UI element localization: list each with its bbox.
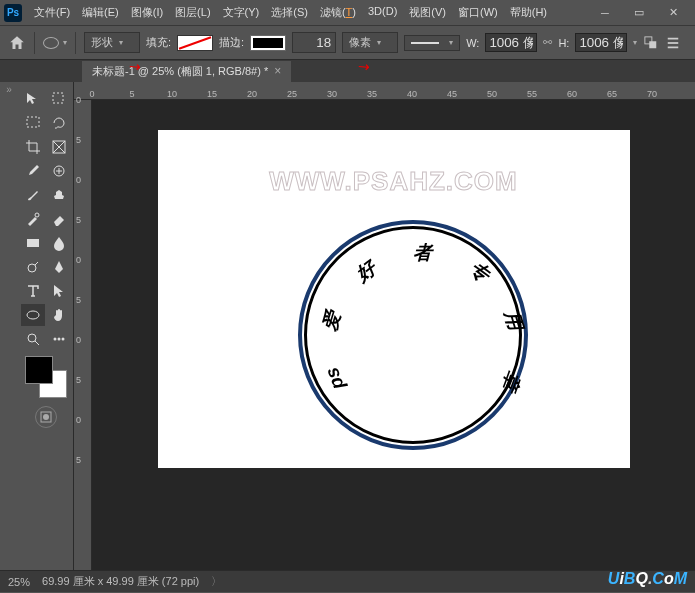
ruler-tick: 35: [367, 89, 377, 99]
canvas-viewport[interactable]: WWW.PSAHZ.COM ps爱好者专用章: [92, 100, 695, 570]
app-logo[interactable]: Ps: [4, 4, 22, 22]
path-text-char: 专: [463, 256, 494, 288]
height-label: H:: [558, 37, 569, 49]
artboard[interactable]: WWW.PSAHZ.COM ps爱好者专用章: [158, 130, 630, 468]
stroke-unit-label: 像素: [349, 35, 371, 50]
history-brush-tool[interactable]: [21, 208, 45, 230]
stroke-style-dropdown[interactable]: ▾: [404, 35, 460, 51]
link-icon[interactable]: ⚯: [543, 36, 552, 49]
ruler-tick: 0: [76, 95, 81, 105]
svg-point-18: [43, 414, 49, 420]
path-text-char: 者: [413, 240, 432, 266]
edit-toolbar[interactable]: [47, 328, 71, 350]
foreground-color-swatch[interactable]: [25, 356, 53, 384]
ruler-tick: 5: [76, 375, 81, 385]
menu-window[interactable]: 窗口(W): [452, 2, 504, 23]
ruler-tick: 70: [647, 89, 657, 99]
artboard-tool[interactable]: [47, 88, 71, 110]
tool-mode-dropdown[interactable]: 形状▾: [84, 32, 140, 53]
menu-view[interactable]: 视图(V): [403, 2, 452, 23]
fill-swatch[interactable]: [177, 35, 213, 51]
svg-rect-2: [668, 37, 679, 39]
path-text-char: 爱: [316, 308, 346, 334]
home-icon[interactable]: [8, 34, 26, 52]
shape-preset-dropdown[interactable]: ▾: [43, 37, 67, 49]
blur-tool[interactable]: [47, 232, 71, 254]
minimize-button[interactable]: ─: [593, 4, 617, 22]
ruler-tick: 40: [407, 89, 417, 99]
stroke-width-input[interactable]: [292, 32, 336, 53]
menu-edit[interactable]: 编辑(E): [76, 2, 125, 23]
menu-filter[interactable]: 滤镜(T): [314, 2, 362, 23]
menu-select[interactable]: 选择(S): [265, 2, 314, 23]
document-tab-strip: 未标题-1 @ 25% (椭圆 1, RGB/8#) * ×: [0, 60, 695, 82]
ruler-tick: 25: [287, 89, 297, 99]
menu-type[interactable]: 文字(Y): [217, 2, 266, 23]
collapse-chevron-icon[interactable]: »: [6, 84, 12, 95]
vertical-ruler[interactable]: 0505050505: [74, 100, 92, 570]
more-options-dropdown[interactable]: ▾: [633, 38, 637, 47]
status-bar: 25% 69.99 厘米 x 49.99 厘米 (72 ppi) 〉: [0, 570, 695, 592]
document-tab-title: 未标题-1 @ 25% (椭圆 1, RGB/8#) *: [92, 64, 268, 79]
ellipse-icon: [43, 37, 59, 49]
stroke-swatch[interactable]: [250, 35, 286, 51]
path-select-tool[interactable]: [47, 280, 71, 302]
horizontal-ruler[interactable]: 0510152025303540455055606570: [74, 82, 695, 100]
menu-file[interactable]: 文件(F): [28, 2, 76, 23]
lasso-tool[interactable]: [47, 112, 71, 134]
menu-image[interactable]: 图像(I): [125, 2, 169, 23]
path-text-char: ps: [320, 364, 348, 392]
frame-tool[interactable]: [47, 136, 71, 158]
panel-collapse-strip: »: [0, 82, 18, 570]
move-tool[interactable]: [21, 88, 45, 110]
menu-help[interactable]: 帮助(H): [504, 2, 553, 23]
document-tab[interactable]: 未标题-1 @ 25% (椭圆 1, RGB/8#) * ×: [82, 61, 291, 82]
ruler-tick: 65: [607, 89, 617, 99]
ruler-tick: 0: [76, 175, 81, 185]
spot-heal-tool[interactable]: [47, 160, 71, 182]
ellipse-tool[interactable]: [21, 304, 45, 326]
maximize-button[interactable]: ▭: [627, 4, 651, 22]
menu-layer[interactable]: 图层(L): [169, 2, 216, 23]
align-icon[interactable]: [665, 36, 681, 50]
svg-rect-3: [668, 42, 679, 44]
eyedropper-tool[interactable]: [21, 160, 45, 182]
ruler-tick: 10: [167, 89, 177, 99]
document-dimensions: 69.99 厘米 x 49.99 厘米 (72 ppi): [42, 574, 199, 589]
brush-tool[interactable]: [21, 184, 45, 206]
width-input[interactable]: [485, 33, 537, 52]
quick-mask-button[interactable]: [35, 406, 57, 428]
dodge-tool[interactable]: [21, 256, 45, 278]
document-area: 0510152025303540455055606570 0505050505 …: [74, 82, 695, 570]
gradient-tool[interactable]: [21, 232, 45, 254]
zoom-level[interactable]: 25%: [8, 576, 30, 588]
watermark-text: WWW.PSAHZ.COM: [269, 166, 517, 197]
stroke-unit-dropdown[interactable]: 像素▾: [342, 32, 398, 53]
svg-point-11: [28, 264, 36, 272]
ruler-tick: 15: [207, 89, 217, 99]
type-tool[interactable]: [21, 280, 45, 302]
svg-rect-6: [27, 117, 39, 127]
ruler-tick: 5: [76, 295, 81, 305]
menu-3d[interactable]: 3D(D): [362, 2, 403, 23]
height-input[interactable]: [575, 33, 627, 52]
close-button[interactable]: ✕: [661, 4, 685, 22]
pen-tool[interactable]: [47, 256, 71, 278]
svg-point-14: [53, 338, 56, 341]
hand-tool[interactable]: [47, 304, 71, 326]
eraser-tool[interactable]: [47, 208, 71, 230]
status-menu-chevron[interactable]: 〉: [211, 574, 222, 589]
ruler-tick: 20: [247, 89, 257, 99]
zoom-tool[interactable]: [21, 328, 45, 350]
crop-tool[interactable]: [21, 136, 45, 158]
tab-close-icon[interactable]: ×: [274, 64, 281, 78]
ruler-tick: 0: [76, 255, 81, 265]
marquee-tool[interactable]: [21, 112, 45, 134]
titlebar: Ps 文件(F)编辑(E)图像(I)图层(L)文字(Y)选择(S)滤镜(T)3D…: [0, 0, 695, 26]
path-text[interactable]: ps爱好者专用章: [298, 220, 528, 450]
path-ops-icon[interactable]: [643, 36, 659, 50]
color-picker[interactable]: [25, 356, 67, 398]
stroke-label: 描边:: [219, 35, 244, 50]
clone-stamp-tool[interactable]: [47, 184, 71, 206]
ruler-tick: 5: [76, 455, 81, 465]
